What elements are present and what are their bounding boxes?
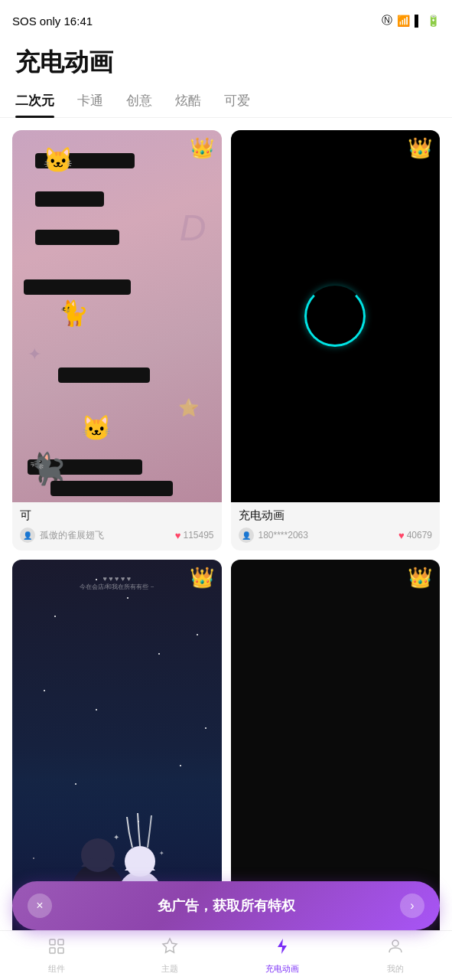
charging-circle bbox=[304, 286, 366, 347]
card-2-like-count: 40679 bbox=[407, 530, 432, 541]
card-grid: 👑 🐱 D 🐈 ✦ ⭐ bbox=[0, 130, 452, 962]
crown-badge-2: 👑 bbox=[408, 138, 432, 158]
nav-item-主题[interactable]: 主题 bbox=[113, 931, 226, 981]
svg-rect-9 bbox=[58, 948, 63, 953]
card-1-meta: 👤 孤傲的雀展翅飞 ♥ 115495 bbox=[20, 528, 214, 543]
nav-icon-主题 bbox=[161, 937, 179, 960]
nav-label-主题: 主题 bbox=[161, 963, 178, 975]
svg-rect-6 bbox=[50, 939, 55, 945]
svg-point-1 bbox=[81, 838, 115, 872]
tab-卡通[interactable]: 卡通 bbox=[77, 92, 103, 117]
card-1-info: 可 👤 孤傲的雀展翅飞 ♥ 115495 bbox=[12, 502, 222, 550]
card-3-thumb: 👑 ♥ ♥ ♥ ♥ ♥ 今在会店/和我在 bbox=[12, 560, 222, 932]
card-1[interactable]: 👑 🐱 D 🐈 ✦ ⭐ bbox=[12, 130, 222, 550]
nav-item-我的[interactable]: 我的 bbox=[339, 931, 452, 981]
heart-icon-2: ♥ bbox=[398, 530, 405, 541]
ad-arrow-button[interactable]: › bbox=[400, 893, 424, 918]
anime-figures: ✦ ✦ bbox=[12, 560, 222, 932]
crown-badge-1: 👑 bbox=[190, 138, 214, 158]
redacted-bar-7 bbox=[50, 481, 173, 496]
nav-item-充电动画[interactable]: 充电动画 bbox=[226, 931, 340, 981]
svg-point-10 bbox=[392, 940, 398, 946]
nfc-icon: Ⓝ bbox=[382, 14, 392, 28]
cat-deco-1: 🐱 bbox=[43, 145, 73, 175]
tab-炫酷[interactable]: 炫酷 bbox=[175, 92, 201, 117]
card-1-title: 可 bbox=[20, 508, 214, 523]
card-1-username: 孤傲的雀展翅飞 bbox=[40, 529, 171, 542]
content-area: 👑 🐱 D 🐈 ✦ ⭐ bbox=[0, 130, 452, 980]
nav-icon-我的 bbox=[386, 937, 405, 960]
card-2-meta: 👤 180****2063 ♥ 40679 bbox=[239, 528, 433, 543]
nav-icon-组件 bbox=[47, 937, 66, 960]
cat-card-content: 👑 🐱 D 🐈 ✦ ⭐ bbox=[12, 130, 222, 502]
nav-label-充电动画: 充电动画 bbox=[265, 963, 299, 975]
ad-text[interactable]: 免广告，获取所有特权 bbox=[52, 897, 400, 915]
card-2-likes: ♥ 40679 bbox=[398, 530, 432, 541]
ad-banner: × 免广告，获取所有特权 › bbox=[12, 881, 440, 930]
heart-icon-1: ♥ bbox=[175, 530, 181, 541]
redacted-bar-5 bbox=[58, 368, 150, 383]
tabs-bar: 二次元 卡通 创意 炫酷 可爱 bbox=[0, 92, 452, 118]
nav-icon-充电动画 bbox=[273, 937, 291, 960]
card-2-info: 充电动画 👤 180****2063 ♥ 40679 bbox=[231, 502, 441, 550]
nav-item-组件[interactable]: 组件 bbox=[0, 931, 113, 981]
ad-close-button[interactable]: × bbox=[28, 893, 52, 918]
star-deco-1: ✦ bbox=[28, 345, 41, 364]
tab-可爱[interactable]: 可爱 bbox=[224, 92, 250, 117]
redacted-bar-3 bbox=[35, 230, 119, 245]
card-2-thumb: 👑 bbox=[231, 130, 441, 502]
status-time: SOS only 16:41 bbox=[12, 15, 93, 28]
signal-icon: ▌ bbox=[415, 15, 422, 27]
svg-rect-8 bbox=[50, 948, 55, 953]
svg-text:✦: ✦ bbox=[113, 833, 119, 841]
redacted-bar-2 bbox=[35, 191, 104, 207]
nav-label-我的: 我的 bbox=[387, 963, 404, 975]
star-deco-2: ⭐ bbox=[178, 398, 199, 418]
card-2-avatar: 👤 bbox=[239, 528, 254, 543]
svg-text:✦: ✦ bbox=[159, 850, 164, 857]
wifi-icon: 📶 bbox=[397, 15, 410, 27]
letter-d-deco: D bbox=[180, 207, 206, 249]
card-1-like-count: 115495 bbox=[183, 530, 213, 541]
nav-label-组件: 组件 bbox=[48, 963, 65, 975]
tab-二次元[interactable]: 二次元 bbox=[15, 92, 54, 117]
card-1-likes: ♥ 115495 bbox=[175, 530, 214, 541]
page-title: 充电动画 bbox=[0, 38, 452, 92]
cat-deco-2: 🐈 bbox=[58, 299, 89, 328]
status-icons: Ⓝ 📶 ▌ 🔋 bbox=[382, 14, 440, 28]
crown-badge-4: 👑 bbox=[408, 567, 432, 587]
card-4-thumb: 👑 bbox=[231, 560, 441, 932]
card-2[interactable]: 👑 充电动画 👤 180****2063 ♥ 40679 bbox=[231, 130, 441, 550]
status-bar: SOS only 16:41 Ⓝ 📶 ▌ 🔋 bbox=[0, 0, 452, 38]
svg-rect-7 bbox=[58, 939, 63, 945]
tab-创意[interactable]: 创意 bbox=[126, 92, 152, 117]
card-1-thumb: 👑 🐱 D 🐈 ✦ ⭐ bbox=[12, 130, 222, 502]
cat-deco-3: 🐱 bbox=[81, 413, 112, 443]
redacted-bar-4 bbox=[24, 279, 131, 295]
battery-icon: 🔋 bbox=[427, 15, 440, 27]
card-1-avatar: 👤 bbox=[20, 528, 35, 543]
card-2-username: 180****2063 bbox=[259, 530, 394, 541]
card-2-title: 充电动画 bbox=[239, 508, 433, 523]
bottom-nav: 组件 主题 充电动画 我的 bbox=[0, 930, 452, 980]
